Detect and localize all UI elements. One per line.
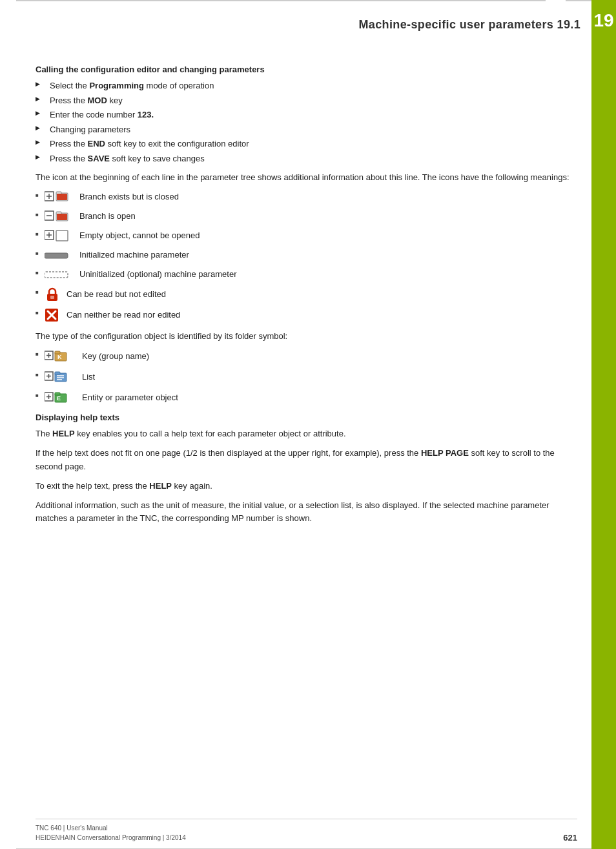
icon-item-branch-closed: Branch exists but is closed [36,190,577,203]
key-group-icon: K [45,349,76,363]
icon-item-initialized: Initialized machine parameter [36,249,577,261]
bullet-2: Press the MOD key [36,94,577,107]
section-number: 19 [593,12,613,30]
main-content: Calling the configuration editor and cha… [36,65,577,817]
branch-closed-svg [45,190,73,203]
uninitialized-label: Uninitialized (optional) machine paramet… [79,269,237,280]
icon-intro-text: The icon at the beginning of each line i… [36,171,577,184]
svg-rect-5 [57,194,67,200]
footer-page-number: 621 [563,833,577,843]
no-access-label: Can neither be read nor edited [67,309,180,321]
folder-item-entity: E Entity or parameter object [36,391,577,405]
side-tab: 19 [591,0,616,849]
help-para-1: The HELP key enables you to call a help … [36,427,577,440]
svg-rect-32 [55,372,60,374]
svg-rect-18 [50,296,54,299]
svg-rect-14 [56,230,68,241]
bullet-5-bold: END [88,139,105,148]
folder-intro-text: The type of the configuration object is … [36,330,577,343]
page-wrapper: 19 Machine-specific user parameters 19.1… [0,0,616,849]
svg-rect-16 [45,272,68,278]
top-border-right [566,0,591,1]
bullet-5: Press the END soft key to exit the confi… [36,138,577,150]
read-only-label: Can be read but not edited [67,289,166,300]
help-bold-1: HELP [52,429,75,438]
empty-object-label: Empty object, cannot be opened [79,230,200,241]
read-only-svg [45,287,60,302]
footer-line2: HEIDENHAIN Conversational Programming | … [36,833,186,843]
empty-object-svg [45,229,73,242]
key-group-label: Key (group name) [82,351,149,362]
icon-item-branch-open: Branch is open [36,210,577,223]
branch-open-label: Branch is open [79,210,136,222]
bullet-3-bold: 123. [138,110,154,119]
footer-left: TNC 640 | User's Manual HEIDENHAIN Conve… [36,823,186,843]
empty-object-icon [45,229,73,242]
folder-icon-list: K Key (group name) [36,349,577,405]
calling-bullets: Select the Programming mode of operation… [36,79,577,165]
svg-rect-15 [45,253,68,258]
footer: TNC 640 | User's Manual HEIDENHAIN Conve… [36,819,577,843]
calling-section-title: Calling the configuration editor and cha… [36,65,577,74]
initialized-svg [45,249,73,261]
icon-item-empty: Empty object, cannot be opened [36,229,577,242]
top-border-left [16,0,546,1]
no-access-icon [45,308,60,322]
bullet-4: Changing parameters [36,123,577,136]
entity-label: Entity or parameter object [82,392,178,404]
branch-open-icon [45,210,73,223]
help-bold-3: HELP [149,481,172,491]
bullet-2-bold: MOD [88,96,107,105]
svg-text:E: E [57,395,61,402]
svg-text:K: K [57,354,62,360]
help-para-4: Additional information, such as the unit… [36,499,577,525]
icon-item-read-only: Can be read but not edited [36,287,577,302]
help-bold-2: HELP PAGE [421,448,469,458]
page-header: Machine-specific user parameters 19.1 [359,18,580,32]
icon-list: Branch exists but is closed Branch is o [36,190,577,322]
entity-icon: E [45,391,76,405]
svg-rect-10 [57,214,67,220]
icon-item-no-access: Can neither be read nor edited [36,308,577,322]
initialized-icon [45,249,73,261]
branch-open-svg [45,210,73,223]
entity-svg: E [45,391,76,405]
list-folder-icon [45,370,76,384]
bullet-1: Select the Programming mode of operation [36,79,577,92]
key-group-svg: K [45,349,76,363]
folder-item-list: List [36,370,577,384]
bullet-6: Press the SAVE soft key to save changes [36,152,577,165]
bullet-1-bold: Programming [89,81,144,90]
branch-closed-label: Branch exists but is closed [79,191,179,203]
list-folder-label: List [82,371,95,383]
folder-item-key: K Key (group name) [36,349,577,363]
help-para-2: If the help text does not fit on one pag… [36,447,577,473]
bullet-3: Enter the code number 123. [36,108,577,121]
initialized-label: Initialized machine parameter [79,249,189,261]
bullet-6-bold: SAVE [88,154,110,163]
no-access-svg [45,308,60,322]
footer-line1: TNC 640 | User's Manual [36,823,186,833]
read-only-icon [45,287,60,302]
help-section-title: Displaying help texts [36,413,577,422]
list-folder-svg [45,370,76,384]
uninitialized-svg [45,268,73,281]
uninitialized-icon [45,268,73,281]
branch-closed-icon [45,190,73,203]
icon-item-uninitialized: Uninitialized (optional) machine paramet… [36,268,577,281]
help-para-3: To exit the help text, press the HELP ke… [36,480,577,493]
